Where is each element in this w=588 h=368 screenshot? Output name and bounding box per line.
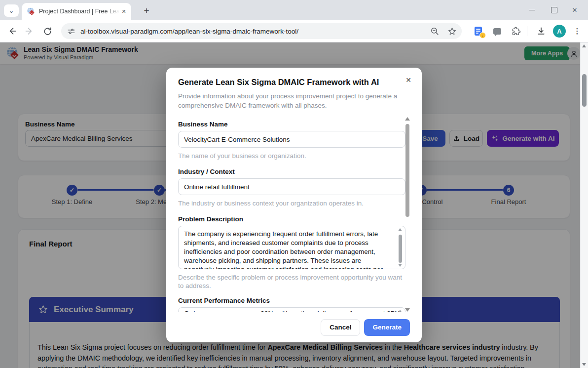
- close-icon: ✕: [572, 6, 578, 14]
- docs-extension-icon[interactable]: ↓: [472, 25, 484, 37]
- textarea-scrollbar[interactable]: [397, 227, 404, 268]
- site-settings-icon[interactable]: [67, 27, 75, 36]
- scroll-down-icon[interactable]: [398, 264, 402, 267]
- tab-search-chevron-button[interactable]: ⌄: [4, 4, 19, 17]
- problem-description-text: The company is experiencing frequent ord…: [179, 226, 405, 269]
- toolbar-separator: [527, 26, 527, 36]
- textarea-scrollbar[interactable]: [397, 309, 404, 312]
- window-close-button[interactable]: ✕: [564, 0, 585, 20]
- dialog-close-button[interactable]: ✕: [403, 75, 414, 85]
- dialog-scrollbar[interactable]: [405, 117, 410, 312]
- visual-paradigm-favicon: [27, 7, 35, 16]
- url-bar[interactable]: ai-toolbox.visual-paradigm.com/app/lean-…: [61, 23, 462, 39]
- cancel-button[interactable]: Cancel: [321, 319, 360, 336]
- scrollbar-thumb[interactable]: [582, 74, 587, 107]
- metrics-text: Order accuracy averages 92%, with on-tim…: [179, 308, 405, 312]
- page-scrollbar[interactable]: [580, 42, 588, 368]
- metrics-textarea[interactable]: Order accuracy averages 92%, with on-tim…: [178, 307, 405, 312]
- back-button[interactable]: [6, 25, 18, 37]
- problem-description-label: Problem Description: [178, 215, 405, 223]
- browser-tab-strip: ⌄ Project Dashboard | Free Lean S ✕ + ✕: [0, 0, 588, 20]
- problem-description-help: Describe the specific problem or process…: [178, 273, 405, 290]
- close-icon: ✕: [405, 76, 411, 84]
- window-minimize-button[interactable]: [522, 0, 543, 20]
- scroll-up-icon[interactable]: [398, 228, 402, 231]
- generate-button[interactable]: Generate: [364, 319, 410, 336]
- dialog-footer: Cancel Generate: [166, 312, 422, 342]
- problem-description-textarea[interactable]: The company is experiencing frequent ord…: [178, 226, 405, 269]
- tab-close-icon[interactable]: ✕: [119, 7, 128, 16]
- scroll-up-icon[interactable]: [582, 44, 586, 47]
- chevron-down-icon: ⌄: [9, 7, 14, 14]
- scrollbar-thumb[interactable]: [405, 124, 409, 217]
- scroll-up-icon[interactable]: [405, 117, 410, 121]
- dialog-form: Business Name The name of your business …: [166, 119, 422, 312]
- browser-toolbar: ai-toolbox.visual-paradigm.com/app/lean-…: [0, 20, 588, 42]
- browser-menu-kebab-icon[interactable]: ⋮: [571, 25, 583, 37]
- window-maximize-button[interactable]: [544, 0, 564, 20]
- industry-label: Industry / Context: [178, 168, 405, 175]
- generate-ai-dialog: Generate Lean Six Sigma DMAIC Framework …: [166, 68, 422, 342]
- scroll-down-icon[interactable]: [582, 363, 586, 366]
- zoom-out-icon[interactable]: [430, 27, 440, 36]
- dialog-title: Generate Lean Six Sigma DMAIC Framework …: [178, 78, 379, 87]
- new-tab-button[interactable]: +: [140, 4, 153, 17]
- dialog-subtitle: Provide information about your process i…: [178, 91, 399, 110]
- downloads-button[interactable]: [535, 25, 547, 37]
- bookmark-star-icon[interactable]: [447, 27, 457, 36]
- offline-badge-icon: ↓: [479, 32, 486, 39]
- modal-business-name-label: Business Name: [178, 121, 405, 128]
- browser-profile-avatar[interactable]: A: [553, 25, 566, 38]
- chat-extension-icon[interactable]: [491, 25, 503, 37]
- extensions-puzzle-icon[interactable]: [510, 25, 522, 37]
- business-name-help: The name of your business or organizatio…: [178, 152, 405, 160]
- comment-icon: [493, 28, 501, 35]
- minimize-icon: [529, 10, 535, 10]
- metrics-label: Current Performance Metrics: [178, 297, 405, 304]
- tab-title: Project Dashboard | Free Lean S: [39, 8, 119, 15]
- industry-input[interactable]: [178, 178, 405, 195]
- url-text[interactable]: ai-toolbox.visual-paradigm.com/app/lean-…: [80, 28, 430, 35]
- maximize-icon: [551, 7, 557, 13]
- modal-business-name-input[interactable]: [178, 131, 405, 148]
- reload-button[interactable]: [41, 25, 53, 37]
- industry-help: The industry or business context your or…: [178, 199, 405, 207]
- browser-tab[interactable]: Project Dashboard | Free Lean S ✕: [22, 3, 131, 20]
- scrollbar-thumb[interactable]: [399, 235, 402, 263]
- scroll-down-icon[interactable]: [405, 308, 410, 312]
- forward-button[interactable]: [24, 25, 36, 37]
